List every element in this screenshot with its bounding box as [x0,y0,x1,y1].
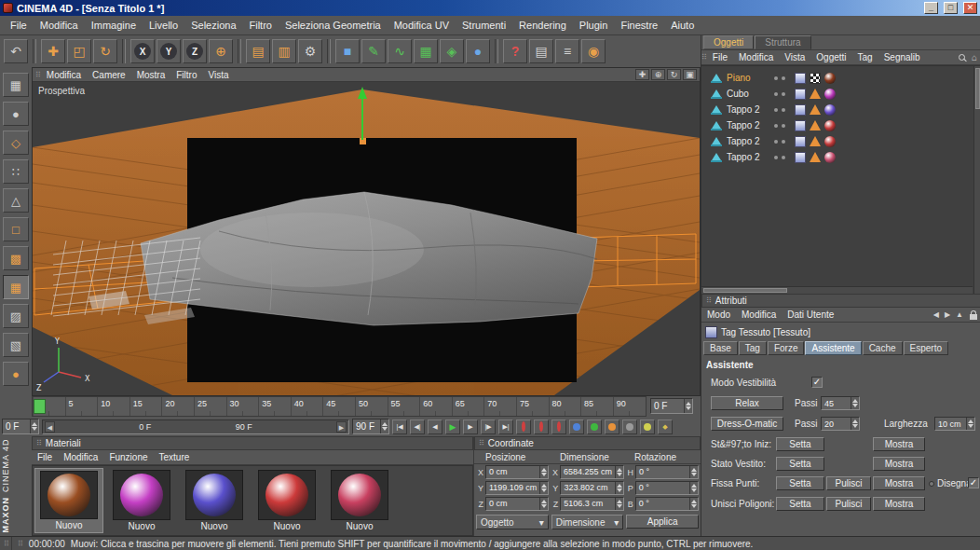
timeline-tick[interactable]: 85 [580,397,613,416]
browser-icon[interactable]: ▤ [529,39,553,63]
tab-oggetti[interactable]: Oggetti [703,35,754,49]
paint-mode-icon[interactable]: ● [3,362,29,386]
size-y-field[interactable]: 323.802 cm [560,481,623,495]
tab-assistente[interactable]: Assistente [805,341,861,355]
timeline-tick[interactable]: 5 [65,397,98,416]
add-deformer-icon[interactable]: ◈ [440,39,464,63]
coordinates-header[interactable]: ⠿ Coordinate [474,436,701,450]
timeline-tick[interactable]: 80 [549,397,581,416]
object-name[interactable]: Cubo [727,89,749,99]
record-objects-button[interactable] [551,419,566,434]
merge-polys-set-button[interactable]: Setta [776,497,824,511]
toggle-record-pla[interactable] [640,419,655,434]
spinner[interactable] [689,482,698,494]
om-menu-segnalib[interactable]: Segnalib [878,52,926,62]
timeline-tick[interactable]: 20 [161,397,194,416]
titlebar[interactable]: CINEMA 4D - [Senza Titolo 1 *] _ □ ✕ [0,0,980,16]
rot-h-field[interactable]: 0 ° [635,465,699,479]
timeline-tick[interactable]: 75 [516,397,549,416]
pos-z-field[interactable]: 0 cm [485,497,549,511]
current-frame-spinner[interactable] [30,419,38,433]
object-tree[interactable]: Piano Cubo Tappo 2 [701,65,980,294]
rot-p-field[interactable]: 0 ° [635,481,699,495]
dress-state-show-button[interactable]: Mostra [873,457,925,471]
dress-state-set-button[interactable]: Setta [776,457,824,471]
menu-aiuto[interactable]: Aiuto [664,18,701,33]
fix-points-clear-button[interactable]: Pulisci [826,476,871,490]
menu-strumenti[interactable]: Strumenti [456,18,512,33]
timeline-frame-field[interactable]: 0 F [650,398,693,414]
rot-b-field[interactable]: 0 ° [635,497,699,511]
menu-plugin[interactable]: Plugin [573,18,615,33]
dress-o-matic-button[interactable]: Dress-O-matic [711,417,783,431]
move-tool-icon[interactable]: ✚ [41,39,65,63]
prev-frame-button[interactable]: ◀ [428,419,442,434]
material-item[interactable]: Nuovo [34,468,103,533]
object-name[interactable]: Tappo 2 [727,136,760,146]
toggle-record-position[interactable] [569,419,584,434]
materials-header[interactable]: ⠿ Materiali [32,436,473,450]
pan-view-icon[interactable]: ✚ [635,69,649,80]
record-keyframe-button[interactable] [516,419,531,434]
render-active-view-icon[interactable]: ▥ [272,39,296,63]
phong-tag-icon[interactable] [810,136,821,146]
tree-vertical-scrollbar[interactable] [973,66,980,295]
material-tag-icon[interactable] [824,136,836,147]
current-frame-marker[interactable] [34,399,46,414]
visibility-dot-render[interactable] [782,156,785,159]
menu-finestre[interactable]: Finestre [614,18,664,33]
viewport-canvas[interactable]: X Y Z [33,82,700,395]
scrollbar-thumb[interactable] [975,68,980,109]
material-item[interactable]: Nuovo [180,468,249,533]
zoom-view-icon[interactable]: ⊕ [651,69,665,80]
spinner[interactable] [851,397,859,409]
undo-icon[interactable]: ↶ [4,39,28,63]
width-field[interactable]: 10 cm [934,417,975,431]
visibility-dot-render[interactable] [782,76,785,80]
texture-axis-mode-icon[interactable]: ▦ [3,275,29,299]
uvw-tag-icon[interactable] [810,73,821,84]
menu-filtro[interactable]: Filtro [243,18,279,33]
coordinate-system-icon[interactable]: ⊕ [209,39,233,63]
point-mode-icon[interactable]: ∷ [3,159,29,184]
lock-y-axis-button[interactable]: Y [157,39,181,63]
wear-mode-checkbox[interactable]: ✓ [811,377,823,388]
online-help-icon[interactable]: ◉ [581,39,606,63]
add-environment-icon[interactable]: ● [466,39,490,63]
menu-immagine[interactable]: Immagine [85,18,143,33]
tab-struttura[interactable]: Struttura [755,35,810,49]
material-tag-icon[interactable] [824,73,836,84]
fix-points-show-button[interactable]: Mostra [873,476,925,490]
timeline-tick[interactable]: 70 [483,397,516,416]
tab-tag[interactable]: Tag [739,341,767,355]
material-name[interactable]: Nuovo [201,521,228,531]
visibility-dot-render[interactable] [782,92,785,96]
dress-steps-field[interactable]: 20 [821,417,860,431]
object-name[interactable]: Tappo 2 [727,104,760,115]
material-tag-icon[interactable] [824,89,836,100]
visibility-dot-render[interactable] [782,124,785,128]
attr-menu-dati-utente[interactable]: Dati Utente [782,309,839,320]
play-button[interactable]: ▶ [445,419,460,434]
frame-range-slider[interactable]: ◀ 0 F 90 F ▶ [42,419,349,434]
material-name[interactable]: Nuovo [274,521,301,531]
draw-checkbox[interactable]: ✓ [968,477,979,488]
spinner[interactable] [539,482,548,494]
edge-mode-icon[interactable]: △ [3,188,29,213]
vp-menu-filtro[interactable]: Filtro [170,70,202,80]
rotate-view-icon[interactable]: ↻ [667,69,681,80]
menu-modifica-uv[interactable]: Modifica UV [388,18,456,33]
timeline-tick[interactable]: 50 [355,397,388,416]
mat-menu-modifica[interactable]: Modifica [58,452,103,462]
cloth-tag-icon[interactable] [795,152,806,163]
range-left-arrow[interactable]: ◀ [45,421,55,433]
material-tag-icon[interactable] [824,152,836,163]
minimize-button[interactable]: _ [924,2,938,14]
history-back-icon[interactable]: ◀ [931,310,942,319]
uv-polygon-mode-icon[interactable]: ▧ [3,333,29,357]
tab-esperto[interactable]: Esperto [904,341,948,355]
visibility-dot-render[interactable] [782,140,785,144]
size-z-field[interactable]: 5106.3 cm [560,497,623,511]
mat-menu-funzione[interactable]: Funzione [103,452,153,462]
lock-z-axis-button[interactable]: Z [183,39,207,63]
